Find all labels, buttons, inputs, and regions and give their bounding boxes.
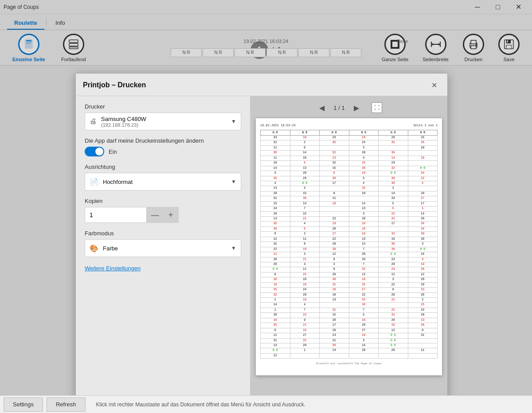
table-row: 14131530320 0 bbox=[261, 166, 438, 171]
table-row: 121122131020 bbox=[261, 237, 438, 242]
table-row: 112724190 031 bbox=[261, 333, 438, 338]
table-row: 9161027139 bbox=[261, 328, 438, 333]
table-row: 31235243535 bbox=[261, 140, 438, 145]
table-row: 29158101429 bbox=[261, 191, 438, 196]
copies-input[interactable] bbox=[85, 207, 147, 223]
printer-dropdown-arrow: ▼ bbox=[231, 118, 236, 125]
table-row: 1443625 bbox=[261, 303, 438, 308]
table-row: 134322 bbox=[261, 186, 438, 191]
table-row: 0 0124282011 bbox=[261, 348, 438, 353]
table-row: 181825252229 bbox=[261, 282, 438, 287]
copies-plus-button[interactable]: + bbox=[163, 207, 179, 223]
preview-next-button[interactable]: ▶ bbox=[350, 101, 363, 114]
table-row: 2471355 bbox=[261, 206, 438, 211]
table-row: 173172522 bbox=[261, 308, 438, 312]
dialog-close-button[interactable]: ✕ bbox=[428, 79, 440, 91]
doc-header: 19.02.2021 16:03:24 Seite 1 von 1 bbox=[260, 124, 438, 127]
copies-input-wrapper: — + bbox=[85, 207, 241, 223]
table-row: 35241627923 bbox=[261, 288, 438, 292]
doc-timestamp: 19.02.2021 16:03:24 bbox=[260, 124, 296, 127]
refresh-button[interactable]: Refresh bbox=[47, 397, 86, 412]
orientation-icon: 📄 bbox=[90, 178, 98, 186]
printer-name-area: Samsung C480W (192.168.178.23) bbox=[101, 116, 231, 128]
dialog-right-panel: ◀ 1 / 1 ▶ ⛶ 19.02.2021 16:03:24 Seite 1 … bbox=[250, 96, 447, 406]
colormode-section: Farbmodus 🎨 Farbe ▼ bbox=[85, 230, 241, 257]
colormode-select[interactable]: 🎨 Farbe ▼ bbox=[85, 239, 241, 257]
table-row: 0 0118322336 bbox=[261, 267, 438, 272]
table-row: 15131914517 bbox=[261, 201, 438, 206]
permission-label: Die App darf meine Druckeinstellungen än… bbox=[85, 137, 241, 144]
orientation-section: Ausrichtung 📄 Hochformat ▼ bbox=[85, 164, 241, 191]
printer-section: Drucker 🖨 Samsung C480W (192.168.178.23)… bbox=[85, 103, 241, 130]
table-row: 132122202526 bbox=[261, 217, 438, 222]
colormode-value: Farbe bbox=[103, 245, 231, 252]
orientation-dropdown-arrow: ▼ bbox=[231, 179, 236, 185]
more-settings-section: Weitere Einstellungen bbox=[85, 264, 241, 272]
bottombar: Settings Refresh Klick mit rechter Maust… bbox=[0, 395, 532, 413]
toggle-row: Ein bbox=[85, 147, 241, 156]
colormode-label: Farbmodus bbox=[85, 230, 241, 237]
table-row: 331823162915 bbox=[261, 136, 438, 140]
table-row: 305201634 bbox=[261, 226, 438, 231]
more-settings-button[interactable]: Weitere Einstellungen bbox=[85, 265, 141, 272]
table-row: 12 bbox=[261, 353, 438, 358]
print-dialog: Printjob – Drucken ✕ Drucker 🖨 Samsung C… bbox=[75, 73, 448, 413]
printer-select[interactable]: 🖨 Samsung C480W (192.168.178.23) ▼ bbox=[85, 113, 241, 130]
table-row: 20231553228 bbox=[261, 313, 438, 318]
status-text: Klick mit rechter Maustaste auf das Doku… bbox=[96, 401, 306, 408]
table-row: 40 0174365 bbox=[261, 181, 438, 186]
table-row: 3136113327 bbox=[261, 196, 438, 201]
permission-section: Die App darf meine Druckeinstellungen än… bbox=[85, 137, 241, 156]
table-row: 31322130 0 bbox=[261, 338, 438, 343]
printer-icon: 🖨 bbox=[90, 117, 97, 125]
table-row: 35418161734 bbox=[261, 222, 438, 226]
dialog-left-panel: Drucker 🖨 Samsung C480W (192.168.178.23)… bbox=[76, 96, 250, 406]
printer-name: Samsung C480W bbox=[101, 116, 231, 122]
table-row: 2216307300 0 bbox=[261, 247, 438, 252]
table-row: 1181332212 bbox=[261, 298, 438, 303]
copies-section: Kopien — + bbox=[85, 198, 241, 223]
col-header-1: N R bbox=[261, 130, 290, 136]
table-row: 322610222026 bbox=[261, 292, 438, 297]
dialog-body: Drucker 🖨 Samsung C480W (192.168.178.23)… bbox=[76, 96, 447, 406]
toggle-switch[interactable] bbox=[85, 147, 104, 156]
preview-expand-button[interactable]: ⛶ bbox=[372, 102, 382, 113]
doc-footer: Erstellt mit roulette71.The Page of Coup… bbox=[260, 362, 438, 365]
orientation-label: Ausrichtung bbox=[85, 164, 241, 170]
table-row: 35293653622 bbox=[261, 176, 438, 181]
col-header-5: N R bbox=[379, 130, 408, 136]
table-row: 21312280 024 bbox=[261, 252, 438, 257]
dialog-title: Printjob – Drucken bbox=[83, 81, 146, 89]
table-row: 2021833249 bbox=[261, 257, 438, 262]
table-row: 3209160 034 bbox=[261, 171, 438, 176]
preview-document: 19.02.2021 16:03:24 Seite 1 von 1 N R N … bbox=[256, 118, 442, 375]
table-row: 116310 bbox=[261, 145, 438, 150]
toggle-label: Ein bbox=[109, 148, 117, 155]
doc-seite: Seite 1 von 1 bbox=[413, 124, 438, 127]
colormode-dropdown-arrow: ▼ bbox=[231, 245, 236, 251]
preview-nav: ◀ 1 / 1 ▶ ⛶ bbox=[256, 101, 442, 114]
table-row: 352117281636 bbox=[261, 323, 438, 328]
orientation-select[interactable]: 📄 Hochformat ▼ bbox=[85, 173, 241, 191]
table-row: 105322523 bbox=[261, 161, 438, 166]
col-header-3: N R bbox=[320, 130, 349, 136]
table-row: 132936140 0 bbox=[261, 343, 438, 348]
settings-button[interactable]: Settings bbox=[4, 397, 43, 412]
toggle-thumb bbox=[95, 148, 103, 156]
table-row: 9227183230 bbox=[261, 232, 438, 237]
table-row: 82526121212 bbox=[261, 272, 438, 277]
printer-ip: (192.168.178.23) bbox=[101, 122, 231, 128]
colormode-icon: 🎨 bbox=[90, 244, 98, 253]
table-row: 2582914303 bbox=[261, 242, 438, 247]
copies-label: Kopien bbox=[85, 198, 241, 204]
table-row: 3614322836 bbox=[261, 151, 438, 156]
preview-prev-button[interactable]: ◀ bbox=[316, 101, 328, 114]
copies-minus-button[interactable]: — bbox=[147, 207, 163, 223]
col-header-4: N R bbox=[349, 130, 379, 136]
col-header-2: N R bbox=[290, 130, 320, 136]
table-row: 36103016326 bbox=[261, 277, 438, 282]
orientation-value: Hochformat bbox=[103, 179, 231, 185]
dialog-overlay: Printjob – Drucken ✕ Drucker 🖨 Samsung C… bbox=[0, 0, 532, 413]
table-row: 101532214 bbox=[261, 211, 438, 216]
spacer bbox=[85, 279, 241, 399]
